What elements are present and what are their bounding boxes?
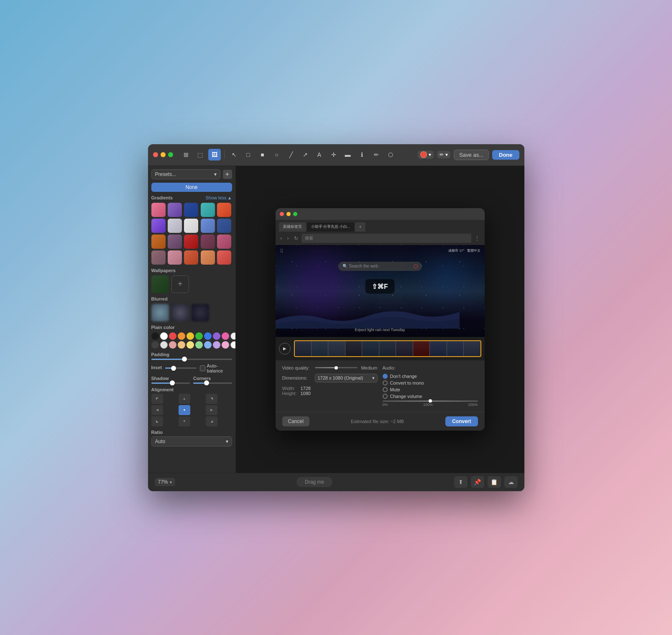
browser-action-1[interactable]: ⋮ <box>473 235 481 242</box>
show-less-button[interactable]: Show less ▲ <box>205 195 232 200</box>
radio-convert-mono[interactable] <box>383 380 388 385</box>
align-top-center[interactable]: ▲ <box>179 394 190 404</box>
convert-button[interactable]: Convert <box>445 416 478 426</box>
share-button[interactable]: ⬆ <box>454 476 468 488</box>
gradient-swatch-1[interactable] <box>151 203 166 217</box>
inset-slider[interactable] <box>165 367 196 369</box>
layers-icon[interactable]: ⬡ <box>384 149 397 161</box>
pin-button[interactable]: 📌 <box>471 476 484 488</box>
padding-thumb[interactable] <box>182 357 187 362</box>
color-picker[interactable]: ▾ <box>418 150 434 159</box>
shadow-slider[interactable] <box>151 383 190 384</box>
radio-change-volume[interactable] <box>383 394 388 399</box>
color-purple[interactable] <box>213 332 220 340</box>
gradient-swatch-2[interactable] <box>168 203 182 217</box>
timeline-strip[interactable] <box>294 340 481 357</box>
blurred-swatch-3[interactable] <box>192 304 209 321</box>
rect-icon[interactable]: □ <box>242 149 255 161</box>
color-dark-gray[interactable] <box>151 341 159 349</box>
browser-minimize[interactable] <box>286 212 291 216</box>
dimensions-select[interactable]: 1728 x 1080 (Original) ▾ <box>315 374 378 383</box>
back-button[interactable]: ‹ <box>279 235 284 242</box>
preset-add-button[interactable]: + <box>223 170 232 179</box>
color-pink-light[interactable] <box>169 341 176 349</box>
refresh-button[interactable]: ↻ <box>292 235 300 242</box>
audio-option-1[interactable]: Don't change <box>383 374 478 379</box>
auto-balance-check-box[interactable] <box>200 365 205 371</box>
color-yellow[interactable] <box>187 332 194 340</box>
line-icon[interactable]: ╱ <box>285 149 297 161</box>
circle-icon[interactable]: ○ <box>271 149 283 161</box>
color-green-light[interactable] <box>195 341 203 349</box>
crop-icon[interactable]: ⊞ <box>180 149 192 161</box>
color-peach[interactable] <box>178 341 185 349</box>
gradient-swatch-15[interactable] <box>217 235 231 249</box>
color-yellow-light[interactable] <box>187 341 194 349</box>
align-bottom-left[interactable]: ◣ <box>151 416 163 426</box>
gradient-swatch-16[interactable] <box>151 250 166 265</box>
gradient-swatch-20[interactable] <box>217 250 231 265</box>
color-white[interactable] <box>160 332 168 340</box>
browser-tab-2[interactable]: 小助手·分享先息·小白... <box>307 222 355 232</box>
browser-tab-1[interactable]: 新建标签页 <box>279 222 306 232</box>
gradient-swatch-12[interactable] <box>168 235 182 249</box>
shadow-thumb[interactable] <box>170 380 175 385</box>
image-icon[interactable]: 🖼 <box>208 149 221 161</box>
align-center[interactable]: ● <box>179 405 190 415</box>
audio-option-4[interactable]: Change volume <box>383 394 478 399</box>
gradient-swatch-4[interactable] <box>201 203 215 217</box>
info-icon[interactable]: ℹ <box>356 149 368 161</box>
browser-close[interactable] <box>280 212 284 216</box>
color-light-gray[interactable] <box>230 332 236 340</box>
color-rose[interactable] <box>222 341 229 349</box>
gradient-swatch-6[interactable] <box>151 219 166 233</box>
gradient-swatch-14[interactable] <box>201 235 215 249</box>
gradient-swatch-17[interactable] <box>168 250 182 265</box>
color-orange[interactable] <box>178 332 185 340</box>
pen-picker[interactable]: ✏ ▾ <box>437 151 450 158</box>
gradient-swatch-8[interactable] <box>184 219 198 233</box>
corners-slider[interactable] <box>193 383 232 384</box>
volume-slider[interactable] <box>383 400 478 402</box>
url-bar[interactable]: 搜索 <box>302 234 471 243</box>
color-pink[interactable] <box>222 332 229 340</box>
browser-tab-new[interactable]: + <box>355 222 365 232</box>
gradient-swatch-19[interactable] <box>201 250 215 265</box>
maximize-button[interactable] <box>168 152 173 157</box>
quality-thumb[interactable] <box>335 366 338 370</box>
cloud-button[interactable]: ☁ <box>504 476 518 488</box>
wallpaper-add-button[interactable]: + <box>171 275 189 293</box>
wallpaper-thumb-1[interactable] <box>151 275 169 293</box>
presets-select[interactable]: Presets... ▾ <box>151 169 220 179</box>
gradient-swatch-5[interactable] <box>217 203 231 217</box>
color-blue[interactable] <box>204 332 212 340</box>
minimize-button[interactable] <box>161 152 166 157</box>
gradient-swatch-3[interactable] <box>184 203 198 217</box>
gradient-swatch-13[interactable] <box>184 235 198 249</box>
cancel-button[interactable]: Cancel <box>282 416 309 426</box>
forward-button[interactable]: › <box>286 235 291 242</box>
gradient-swatch-9[interactable] <box>201 219 215 233</box>
color-red[interactable] <box>169 332 176 340</box>
align-top-left[interactable]: ◤ <box>151 394 163 404</box>
color-lavender[interactable] <box>213 341 220 349</box>
align-bottom-right[interactable]: ◢ <box>206 416 217 426</box>
color-white-2[interactable] <box>230 341 236 349</box>
close-button[interactable] <box>153 152 158 157</box>
play-button[interactable]: ▶ <box>279 343 291 354</box>
save-as-button[interactable]: Save as... <box>454 150 489 160</box>
browser-maximize[interactable] <box>293 212 297 216</box>
search-bar[interactable]: 🔍 Search the web ⬡ <box>338 262 422 271</box>
audio-option-3[interactable]: Mute <box>383 387 478 392</box>
drag-me-pill[interactable]: Drag me <box>296 477 332 487</box>
align-top-right[interactable]: ◥ <box>206 394 217 404</box>
radio-mute[interactable] <box>383 387 388 392</box>
align-middle-left[interactable]: ◀ <box>151 405 163 415</box>
done-button[interactable]: Done <box>492 150 519 160</box>
quality-slider[interactable] <box>315 367 358 368</box>
volume-thumb[interactable] <box>429 399 432 403</box>
auto-balance-checkbox[interactable]: Auto-balance <box>200 363 232 373</box>
corners-thumb[interactable] <box>204 380 209 385</box>
color-gray-2[interactable] <box>160 341 168 349</box>
color-black[interactable] <box>151 332 159 340</box>
